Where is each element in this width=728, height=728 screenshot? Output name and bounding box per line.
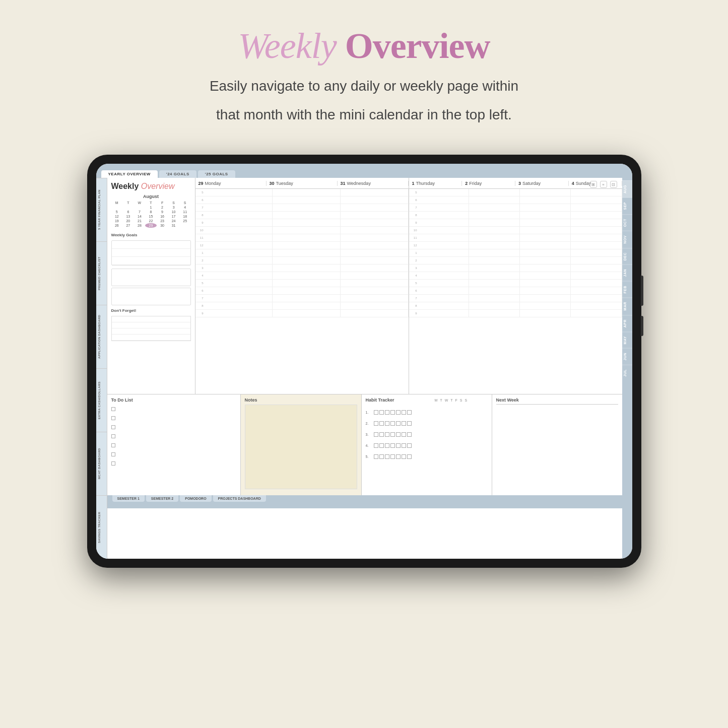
left-panel: Weekly Overview August M [107,178,195,394]
month-tab-may[interactable]: MAY [622,332,632,348]
todo-check-4[interactable] [111,434,115,438]
weekly-overview-title: Weekly Overview [111,182,175,191]
icon-settings[interactable]: ⊡ [610,181,617,188]
sidebar-item-premed[interactable]: PREMED CHECKLIST [96,241,107,305]
dont-forget-box[interactable] [111,316,191,341]
month-tab-jun[interactable]: JUN [622,348,632,365]
day-header-thu: 1 Thursday [409,181,462,186]
subtitle-line1: Easily navigate to any daily or weekly p… [210,76,518,96]
tab-24-goals[interactable]: '24 GOALS [159,170,196,178]
icon-list[interactable]: ≡ [600,181,607,188]
sidebar-item-application[interactable]: APPLICATION DASHBOARD [96,305,107,368]
days-header-left: 29 Monday 30 Tuesday 31 Wednesday [195,178,409,189]
month-tab-nov[interactable]: NOV [622,231,632,248]
cal-week-1: 1234 [111,205,191,210]
habit-1-mon[interactable] [374,410,378,415]
mini-calendar: August M T W T F [111,194,191,228]
time-row-3: 3 [195,264,409,272]
todo-item-7 [111,459,236,468]
time-row-11: 11 [195,234,409,242]
todo-item-1 [111,405,236,414]
month-tab-feb[interactable]: FEB [622,281,632,298]
todo-check-1[interactable] [111,407,115,411]
todo-check-3[interactable] [111,425,115,429]
icon-grid[interactable]: ⊞ [590,181,597,188]
month-tab-mar[interactable]: MAR [622,297,632,314]
cal-week-2: 567 891011 [111,210,191,214]
todo-item-3 [111,423,236,432]
habit-1-thu[interactable] [390,410,395,415]
volume-button[interactable] [641,316,643,336]
planner-bottom: To Do List Notes [107,394,622,495]
cal-day-s: S [168,201,179,205]
sidebar-item-5year[interactable]: 5 YEAR FINANCIAL PLAN [96,178,107,241]
tab-pomodoro[interactable]: POMODORO [180,495,211,502]
todo-check-7[interactable] [111,461,115,466]
sidebar-item-mcat[interactable]: MCAT DASHBOARD [96,432,107,495]
dont-forget-label: Don't Forget! [111,308,191,313]
habit-1-sat[interactable] [402,410,406,415]
habit-row-1: 1. [366,407,488,418]
habit-1-tue[interactable] [379,410,384,415]
month-tab-sep[interactable]: SEP [622,197,632,214]
extra-box-1[interactable] [111,269,191,286]
sidebar-item-savings[interactable]: SAVINGS TRACKER [96,495,107,559]
next-week-section: Next Week [492,394,622,495]
todo-check-6[interactable] [111,452,115,456]
month-tab-jan[interactable]: JAN [622,264,632,281]
todo-title: To Do List [111,398,236,403]
month-tab-jul[interactable]: JUL [622,365,632,381]
time-row-4: 4 [195,272,409,280]
habit-row-2: 2. [366,418,488,429]
tab-semester-2[interactable]: SEMESTER 2 [146,495,178,502]
page-title-section: Weekly Overview Easily navigate to any d… [210,0,518,124]
month-tab-oct[interactable]: OCT [622,214,632,231]
title-word1: Weekly [238,26,336,66]
time-row-1: 1 [195,249,409,257]
month-tab-dec[interactable]: DEC [622,248,632,264]
habit-1-wed[interactable] [385,410,389,415]
month-tab-apr[interactable]: APR [622,315,632,332]
days-grid-right: 1 Thursday 2 Friday 3 Saturday [409,178,622,394]
extra-box-2[interactable] [111,288,191,305]
day-header-fri: 2 Friday [462,181,515,186]
sidebar-item-extracash[interactable]: EXTRA CASH/DOLLARS [96,368,107,432]
cal-week-3: 121314 15161718 [111,214,191,219]
time-row-7b: 7 [195,295,409,302]
bottom-tab-bar: SEMESTER 1 SEMESTER 2 POMODORO PROJECTS … [107,495,622,508]
goals-box[interactable] [111,240,191,266]
cal-day-th: T [145,201,157,205]
time-row-6b: 6 [195,287,409,295]
todo-section: To Do List [107,394,241,495]
tab-25-goals[interactable]: '25 GOALS [198,170,235,178]
power-button[interactable] [641,276,643,306]
habit-row-5: 5. [366,451,488,462]
habit-row-3: 3. [366,429,488,440]
tab-projects[interactable]: PROJECTS DASHBOARD [213,495,266,502]
habit-1-fri[interactable] [396,410,401,415]
extra-boxes [111,269,191,305]
tab-semester-1[interactable]: SEMESTER 1 [112,495,145,502]
subtitle-line2: that month with the mini calendar in the… [210,105,518,124]
time-row-10: 10 [195,227,409,234]
mini-cal-table: M T W T F S S [111,201,191,228]
main-title: Weekly Overview [210,25,518,67]
time-row-12: 12 [195,242,409,249]
day-rows-left: 5 6 7 8 9 10 11 12 1 2 3 [195,189,409,394]
cal-day-w: W [134,201,146,205]
habit-1-sun[interactable] [407,410,412,415]
right-month-sidebar: AUG SEP OCT NOV DEC JAN FEB MAR APR MAY … [622,178,632,559]
next-week-title: Next Week [496,398,618,405]
month-tab-aug[interactable]: AUG [622,180,632,197]
todo-check-2[interactable] [111,416,115,420]
todo-check-5[interactable] [111,443,115,447]
tablet-shell: YEARLY OVERVIEW '24 GOALS '25 GOALS 5 YE… [87,155,641,568]
day-header-tue: 30 Tuesday [267,181,338,186]
notes-content-area[interactable] [245,405,357,489]
tablet-wrapper: YEARLY OVERVIEW '24 GOALS '25 GOALS 5 YE… [87,155,641,568]
notes-title: Notes [245,398,357,403]
tab-yearly-overview[interactable]: YEARLY OVERVIEW [101,170,158,178]
day-header-sat: 3 Saturday [515,181,569,186]
time-row-8: 8 [195,212,409,219]
habit-title: Habit Tracker [366,398,394,403]
